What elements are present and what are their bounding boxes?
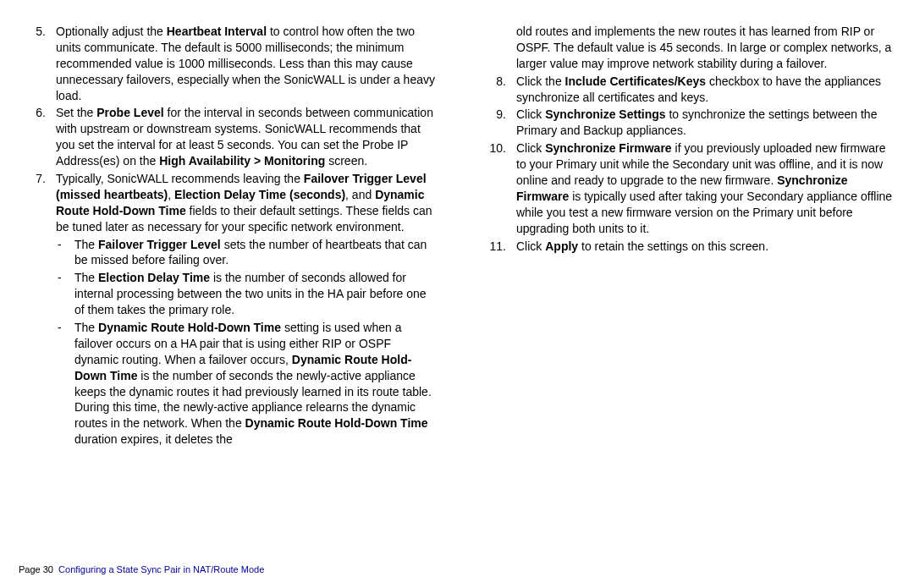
text: screen.	[325, 154, 367, 168]
list-body: Set the Probe Level for the interval in …	[56, 105, 437, 169]
continuation-text: old routes and implements the new routes…	[477, 24, 897, 72]
text: The	[74, 321, 98, 334]
text: old routes and implements the new routes…	[516, 25, 891, 70]
list-body: Click the Include Certificates/Keys chec…	[516, 74, 897, 106]
left-column: 5. Optionally adjust the Heartbeat Inter…	[17, 24, 437, 451]
sub-item-dynamic-route-hold-down: - The Dynamic Route Hold-Down Time setti…	[56, 320, 437, 448]
text: Typically, SonicWALL recommends leaving …	[56, 172, 304, 185]
list-body: Optionally adjust the Heartbeat Interval…	[56, 24, 437, 103]
sub-body: The Election Delay Time is the number of…	[74, 270, 437, 318]
ordered-list-left: 5. Optionally adjust the Heartbeat Inter…	[17, 24, 437, 449]
sub-body: The Dynamic Route Hold-Down Time setting…	[74, 320, 437, 448]
text: The	[74, 238, 98, 251]
section-title: Configuring a State Sync Pair in NAT/Rou…	[58, 564, 264, 574]
list-body: Click Apply to retain the settings on th…	[516, 239, 897, 255]
list-body: Click Synchronize Firmware if you previo…	[516, 140, 897, 236]
term-synchronize-settings: Synchronize Settings	[545, 107, 665, 121]
columns: 5. Optionally adjust the Heartbeat Inter…	[17, 24, 897, 451]
text: , and	[345, 188, 375, 201]
page-footer: Page 30 Configuring a State Sync Pair in…	[19, 563, 264, 576]
text: ,	[168, 188, 174, 201]
ordered-list-right: 8. Click the Include Certificates/Keys c…	[477, 74, 897, 255]
term-dynamic-route-hold-down: Dynamic Route Hold-Down Time	[98, 321, 281, 334]
list-body: Typically, SonicWALL recommends leaving …	[56, 171, 437, 449]
term-probe-level: Probe Level	[96, 106, 163, 119]
sub-item-election-delay: - The Election Delay Time is the number …	[56, 270, 437, 318]
list-number: 5.	[17, 24, 56, 103]
term-include-certificates-keys: Include Certificates/Keys	[565, 74, 707, 88]
text: Click	[516, 239, 545, 253]
page-number: Page 30	[19, 564, 53, 574]
sub-list: - The Failover Trigger Level sets the nu…	[56, 237, 437, 448]
term-failover-trigger-level: Failover Trigger Level	[98, 238, 221, 251]
sub-body: The Failover Trigger Level sets the numb…	[74, 237, 437, 269]
text: Optionally adjust the	[56, 25, 167, 38]
list-item-10: 10. Click Synchronize Firmware if you pr…	[477, 140, 897, 236]
term-synchronize-firmware: Synchronize Firmware	[545, 141, 671, 155]
list-item-11: 11. Click Apply to retain the settings o…	[477, 239, 897, 255]
list-item-6: 6. Set the Probe Level for the interval …	[17, 105, 437, 169]
text: to retain the settings on this screen.	[578, 239, 768, 253]
list-item-9: 9. Click Synchronize Settings to synchro…	[477, 107, 897, 139]
dash-icon: -	[56, 270, 74, 318]
list-number: 11.	[477, 239, 516, 255]
page: 5. Optionally adjust the Heartbeat Inter…	[0, 0, 914, 588]
list-body: Click Synchronize Settings to synchroniz…	[516, 107, 897, 139]
text: Click	[516, 107, 545, 121]
list-item-8: 8. Click the Include Certificates/Keys c…	[477, 74, 897, 106]
text: Click the	[516, 74, 565, 88]
term-apply: Apply	[545, 239, 578, 253]
list-item-5: 5. Optionally adjust the Heartbeat Inter…	[17, 24, 437, 103]
term-election-delay-time: Election Delay Time	[98, 271, 210, 284]
text: Set the	[56, 106, 96, 119]
list-number: 6.	[17, 105, 56, 169]
text: is typically used after taking your Seco…	[516, 190, 892, 235]
text: The	[74, 271, 98, 284]
term-ha-monitoring: High Availability > Monitoring	[159, 154, 325, 168]
term-election-delay-time: Election Delay Time (seconds)	[174, 188, 345, 201]
right-column: old routes and implements the new routes…	[477, 24, 897, 451]
dash-icon: -	[56, 320, 74, 448]
text: duration expires, it deletes the	[74, 432, 233, 446]
list-number: 10.	[477, 140, 516, 236]
term-dynamic-route-hold-down: Dynamic Route Hold-Down Time	[245, 416, 428, 430]
list-item-7: 7. Typically, SonicWALL recommends leavi…	[17, 171, 437, 449]
dash-icon: -	[56, 237, 74, 269]
list-number: 8.	[477, 74, 516, 106]
text: Click	[516, 141, 545, 155]
term-heartbeat-interval: Heartbeat Interval	[167, 25, 267, 38]
sub-item-failover-trigger: - The Failover Trigger Level sets the nu…	[56, 237, 437, 269]
list-number: 9.	[477, 107, 516, 139]
list-number: 7.	[17, 171, 56, 449]
